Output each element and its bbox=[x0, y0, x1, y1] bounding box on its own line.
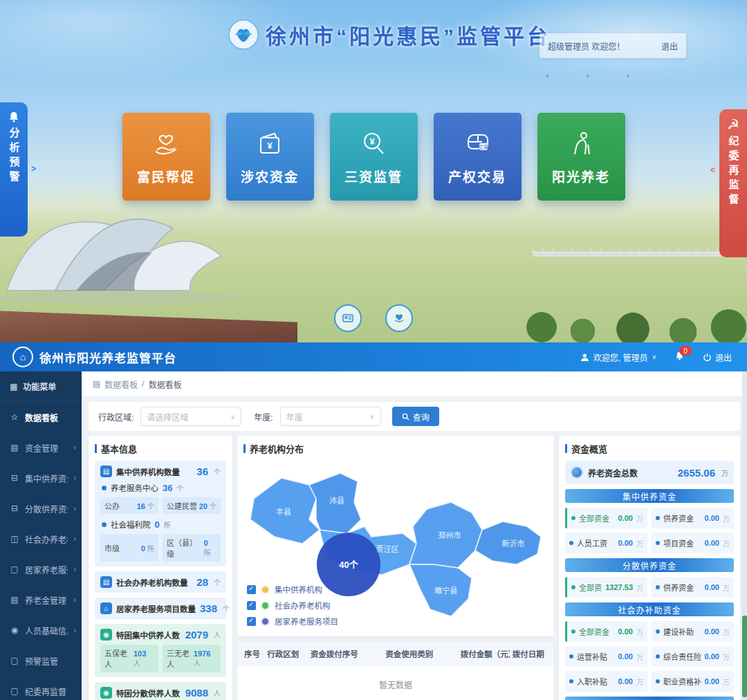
logout-button[interactable]: 退出 bbox=[703, 351, 732, 363]
svg-text:丰县: 丰县 bbox=[276, 508, 291, 516]
section-home-care-subsidy-fund: 居家养老补助资金 bbox=[565, 697, 734, 700]
section-decentralized-fund: 分散供养资金 bbox=[565, 558, 734, 572]
tile-label: 富民帮促 bbox=[137, 167, 195, 185]
hero-logout-button[interactable]: 退出 bbox=[661, 40, 678, 52]
hero-tiles: 富民帮促 ¥ 涉农资金 ¥ 三资监管 交易 bbox=[0, 113, 747, 201]
menu-header-label: 功能菜单 bbox=[23, 380, 56, 392]
blue-pin-icon bbox=[261, 617, 270, 626]
search-button[interactable]: 查询 bbox=[392, 407, 439, 426]
hero-user-welcome: 超级管理员 欢迎您！ bbox=[548, 40, 661, 52]
service-center-row: 养老服务中心 36 个 bbox=[102, 482, 221, 493]
fund-stat: 项目资金 0.00万 bbox=[652, 533, 734, 553]
sidebar-item-pension-management[interactable]: ▤ 养老金管理 › bbox=[0, 584, 82, 615]
caret-down-icon: ∨ bbox=[652, 353, 656, 360]
user-menu[interactable]: 欢迎您, 管理员 ∨ bbox=[580, 351, 656, 363]
id-card-button[interactable] bbox=[334, 304, 362, 332]
breadcrumb-root[interactable]: 数据看板 bbox=[104, 378, 138, 390]
breadcrumb-current: 数据看板 bbox=[149, 378, 182, 390]
star-icon: ☆ bbox=[10, 412, 19, 422]
sidebar-item-fund-management[interactable]: ▤ 资金管理 › bbox=[0, 432, 82, 463]
elder-cane-icon bbox=[565, 128, 597, 160]
fund-stat: 职业资格补贴 0.00万 bbox=[652, 671, 734, 692]
fund-stat: 全部资金 1327.53万 bbox=[565, 577, 647, 598]
menu-header: ▦ 功能菜单 bbox=[0, 371, 82, 402]
section-social-subsidy-fund: 社会办补助资金 bbox=[565, 602, 734, 616]
hero-user-box: 超级管理员 欢迎您！ 退出 bbox=[540, 33, 686, 58]
hero-user-role: 超级管理员 bbox=[548, 42, 589, 52]
sidebar-item-discipline-resupervision[interactable]: ▢ 纪委再监督 bbox=[0, 676, 82, 700]
centralized-institutions-card: ▤ 集中供养机构数量 36 个 养老服务中心 36 个 公办 bbox=[95, 461, 226, 567]
fund-stat: 全部资金 0.00万 bbox=[565, 621, 647, 642]
card-icon: ▤ bbox=[10, 443, 19, 452]
sidebar-item-decentralized-fund[interactable]: ⊟ 分散供养资金 › bbox=[0, 493, 82, 524]
tile-label: 产权交易 bbox=[448, 167, 506, 185]
dashboard-title: 徐州市阳光养老监管平台 bbox=[39, 349, 176, 366]
care-heart-button[interactable] bbox=[385, 304, 413, 332]
sidebar-item-centralized-fund[interactable]: ⊟ 集中供养资金 › bbox=[0, 463, 82, 493]
legend-home-care-projects[interactable]: 居家养老服务项目 bbox=[247, 616, 338, 627]
tile-chanquan-jiaoyi[interactable]: 交易 产权交易 bbox=[434, 113, 522, 201]
dashboard-brand: ⌂ 徐州市阳光养老监管平台 bbox=[0, 347, 580, 367]
legend-centralized-institutions[interactable]: 集中供养机构 bbox=[247, 584, 338, 595]
sidebar-item-warning-supervision[interactable]: ▢ 预警监管 bbox=[0, 645, 82, 676]
dashboard-header: ⌂ 徐州市阳光养老监管平台 欢迎您, 管理员 ∨ 0 退出 bbox=[0, 342, 747, 371]
huimin-logo-icon bbox=[228, 19, 259, 50]
notification-badge: 0 bbox=[679, 346, 692, 356]
legend-social-institutions[interactable]: 社会办养老机构 bbox=[247, 600, 338, 611]
centralized-support-people-card: ◉ 特困集中供养人数 2079 人 五保老人 103 人 三无老人 bbox=[95, 624, 226, 677]
tile-sanzi-jianguan[interactable]: ¥ 三资监管 bbox=[330, 113, 418, 201]
svg-text:¥: ¥ bbox=[369, 136, 375, 147]
sidebar-item-personnel-info[interactable]: ◉ 人员基础信息 › bbox=[0, 615, 82, 645]
svg-text:新沂市: 新沂市 bbox=[502, 539, 525, 548]
map-legend: 集中供养机构 社会办养老机构 居家养老服务项目 bbox=[247, 584, 338, 627]
region-filter-label: 行政区域: bbox=[98, 411, 133, 423]
grid-icon: ▦ bbox=[10, 382, 17, 392]
analysis-warning-label: 分析预警 bbox=[7, 127, 21, 185]
tile-fumin-bangcu[interactable]: 富民帮促 bbox=[122, 113, 210, 201]
chevron-right-icon: > bbox=[31, 164, 36, 174]
institution-map-panel: 养老机构分布 丰县 沛县 贾汪区 邳州市 新沂市 睢宁县 bbox=[237, 436, 554, 636]
analysis-warning-tab[interactable]: 分析预警 > bbox=[0, 102, 28, 237]
people-icon: ◉ bbox=[100, 687, 112, 699]
notifications-button[interactable]: 0 bbox=[674, 351, 685, 363]
coin-icon bbox=[571, 466, 583, 479]
yanglao-logo-icon: ⌂ bbox=[12, 347, 33, 367]
id-card-icon bbox=[342, 312, 354, 324]
checkbox-checked-icon[interactable] bbox=[247, 601, 256, 610]
bell-icon bbox=[8, 111, 20, 123]
basic-info-title: 基本信息 bbox=[95, 442, 226, 455]
chevron-right-icon: › bbox=[73, 534, 77, 544]
year-select[interactable]: 年度 ∨ bbox=[280, 407, 381, 426]
blocks-trade-icon: 交易 bbox=[461, 128, 493, 160]
tile-shenong-zijin[interactable]: ¥ 涉农资金 bbox=[226, 113, 314, 201]
region-select[interactable]: 请选择区域 ∨ bbox=[140, 407, 241, 426]
public-built-chip: 公建民营 20 个 bbox=[163, 497, 221, 514]
sidebar-item-home-care-projects[interactable]: ▢ 居家养老服务项目 › bbox=[0, 554, 82, 584]
people-icon: ◉ bbox=[100, 629, 112, 641]
checkbox-checked-icon[interactable] bbox=[247, 617, 256, 626]
pension-fund-total: 养老资金总数 2655.06 万 bbox=[565, 461, 734, 484]
caret-down-icon: ∨ bbox=[230, 413, 235, 421]
tile-label: 三资监管 bbox=[344, 167, 403, 185]
document-icon: ▤ bbox=[93, 379, 100, 389]
sidebar-item-dashboard[interactable]: ☆ 数据看板 bbox=[0, 402, 82, 432]
hero-user-greeting: 欢迎您！ bbox=[591, 42, 625, 52]
svg-text:睢宁县: 睢宁县 bbox=[435, 586, 458, 595]
funds-overview-panel: 资金概览 养老资金总数 2655.06 万 集中供养资金 全部资金 0.00万 … bbox=[559, 436, 740, 700]
discipline-supervision-tab[interactable]: ☭ 纪委再监督 < bbox=[719, 109, 747, 257]
decentralized-support-people-card: ◉ 特困分散供养人数 9088 人 bbox=[95, 682, 226, 700]
chevron-right-icon: › bbox=[73, 595, 77, 605]
sanwu-elders-chip: 三无老人 1976 人 bbox=[163, 645, 221, 672]
sidebar: ▦ 功能菜单 ☆ 数据看板 ▤ 资金管理 › ⊟ 集中供养资金 › ⊟ 分散供养… bbox=[0, 371, 82, 700]
svg-text:交易: 交易 bbox=[479, 144, 488, 150]
folder-icon: ⊟ bbox=[10, 504, 19, 513]
sidebar-item-social-institutions[interactable]: ◫ 社会办养老机构 › bbox=[0, 524, 82, 554]
map-panel-title: 养老机构分布 bbox=[243, 442, 548, 455]
tile-label: 涉农资金 bbox=[241, 167, 299, 185]
tile-yangguang-yanglao[interactable]: 阳光养老 bbox=[537, 113, 625, 201]
fund-stat: 综合责任险 0.00万 bbox=[652, 646, 734, 667]
checkbox-checked-icon[interactable] bbox=[247, 585, 256, 594]
discipline-supervision-label: 纪委再监督 bbox=[726, 136, 741, 208]
scrollbar-thumb[interactable] bbox=[742, 616, 747, 697]
dashboard-header-right: 欢迎您, 管理员 ∨ 0 退出 bbox=[580, 351, 747, 363]
